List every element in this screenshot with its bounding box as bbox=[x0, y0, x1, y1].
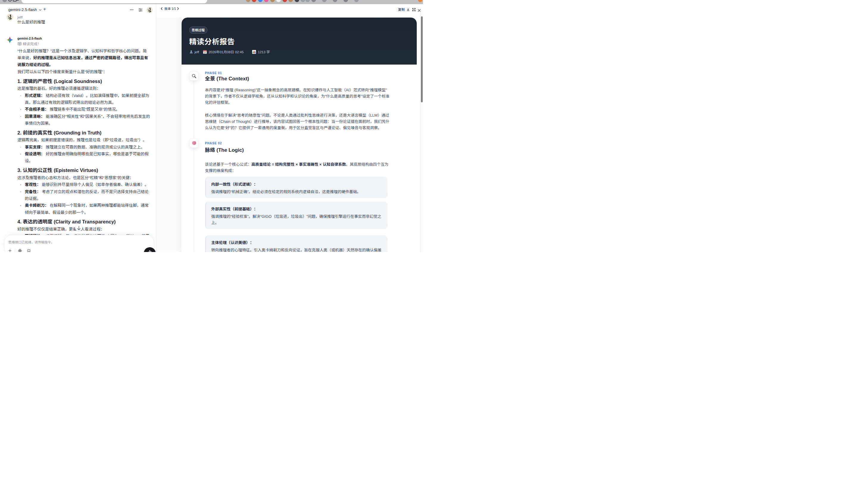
svg-text:17: 17 bbox=[204, 52, 206, 53]
